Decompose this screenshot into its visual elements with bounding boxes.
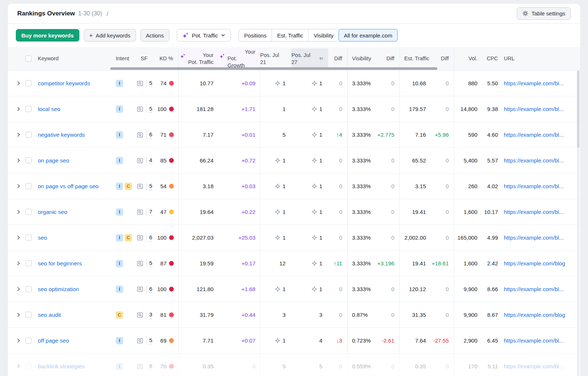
url-link[interactable]: https://example.com/bl... (503, 286, 564, 292)
row-checkbox[interactable] (25, 260, 32, 266)
est-traffic-value: 31.35 (412, 312, 426, 318)
row-checkbox[interactable] (25, 209, 32, 215)
vertical-scrollbar-track[interactable] (577, 71, 580, 376)
th-url[interactable]: URL (503, 49, 577, 68)
sf-count[interactable]: 4 (149, 157, 152, 164)
url-link[interactable]: https://example.com/bl... (503, 106, 564, 112)
select-all-checkbox[interactable] (25, 55, 32, 62)
row-checkbox[interactable] (25, 312, 32, 318)
row-checkbox[interactable] (25, 363, 32, 369)
expand-button[interactable] (15, 328, 25, 353)
intent-badges: I (111, 71, 133, 96)
add-keywords-button[interactable]: + Add keywords (84, 29, 136, 42)
url-link[interactable]: https://example.com/bl... (503, 209, 564, 215)
keyword-link[interactable]: organic seo (37, 209, 67, 215)
segment-all-for-example-com[interactable]: All for example.com (338, 29, 398, 42)
url-link[interactable]: https://example.com/bl... (503, 80, 564, 86)
keyword-link[interactable]: seo for beginners (37, 260, 82, 267)
th-sf[interactable]: SF (133, 49, 155, 68)
row-checkbox[interactable] (25, 183, 32, 189)
expand-button[interactable] (15, 199, 25, 225)
segment-visibility[interactable]: Visibility (308, 29, 339, 41)
cpc-value: 2.42 (487, 260, 498, 266)
url-link[interactable]: https://example.com/bl... (503, 132, 564, 138)
sf-count[interactable]: 3 (149, 311, 152, 319)
row-checkbox[interactable] (25, 80, 32, 86)
est-traffic-diff-value: 0 (446, 209, 449, 215)
th-pos-jul21[interactable]: Pos. Jul 21 (260, 49, 291, 68)
sf-count[interactable]: 6 (149, 131, 152, 139)
actions-button[interactable]: Actions (140, 29, 169, 42)
url-link[interactable]: https://example.com/bl... (503, 183, 564, 189)
th-pos-jul27[interactable]: Pos. Jul 27 (291, 49, 328, 68)
th-pot-growth[interactable]: YourPot. Growth (219, 49, 260, 68)
segment-est-traffic[interactable]: Est. Traffic (272, 29, 308, 41)
horizontal-scrollbar[interactable] (110, 67, 437, 70)
expand-button[interactable] (15, 251, 25, 276)
segment-positions[interactable]: Positions (239, 29, 272, 41)
row-checkbox[interactable] (25, 337, 32, 344)
keyword-link[interactable]: competitor keywords (37, 80, 90, 87)
intent-badges: I (111, 122, 133, 147)
keyword-link[interactable]: seo (37, 234, 47, 241)
sf-count[interactable]: 5 (149, 337, 152, 344)
expand-button[interactable] (15, 71, 25, 96)
th-select-all[interactable] (25, 49, 37, 68)
expand-button[interactable] (15, 148, 25, 173)
row-checkbox[interactable] (25, 157, 32, 164)
th-volume[interactable]: Vol. (454, 49, 483, 68)
keyword-link[interactable]: on page vs off page seo (37, 183, 98, 190)
sf-count[interactable]: 7 (149, 208, 152, 216)
expand-button[interactable] (15, 354, 25, 376)
keyword-link[interactable]: local seo (37, 106, 60, 112)
keyword-link[interactable]: off page seo (37, 337, 69, 344)
th-keyword[interactable]: Keyword (37, 49, 111, 68)
th-intent[interactable]: Intent (111, 49, 133, 68)
th-diff-est[interactable]: Diff (431, 49, 454, 68)
intent-badges: I (111, 199, 133, 225)
expand-button[interactable] (15, 173, 25, 199)
expand-button[interactable] (15, 225, 25, 250)
th-diff-vis[interactable]: Diff (376, 49, 399, 68)
url-link[interactable]: https://example.com/blog (503, 312, 565, 318)
table-settings-button[interactable]: Table settings (517, 7, 571, 20)
th-cpc[interactable]: CPC (483, 49, 503, 68)
row-checkbox[interactable] (25, 132, 32, 138)
url-link[interactable]: https://example.com/bl... (503, 157, 564, 164)
row-checkbox[interactable] (25, 286, 32, 292)
url-link[interactable]: https://example.com/bl... (503, 337, 564, 344)
th-pot-traffic[interactable]: YourPot. Traffic (178, 49, 219, 68)
keyword-link[interactable]: seo optimization (37, 286, 79, 293)
sf-count[interactable]: 6 (149, 362, 152, 370)
keyword-link[interactable]: on page seo (37, 157, 69, 164)
row-checkbox[interactable] (25, 234, 32, 241)
sf-count[interactable]: 5 (149, 259, 152, 267)
th-diff-pos[interactable]: Diff (328, 49, 347, 68)
info-icon[interactable]: i (106, 10, 108, 17)
url-link[interactable]: https://example.com/bl... (503, 363, 564, 369)
buy-more-keywords-button[interactable]: Buy more keywords (16, 29, 79, 42)
keyword-link[interactable]: backlink strategies (37, 363, 85, 370)
kd-dot (169, 338, 174, 343)
expand-button[interactable] (15, 122, 25, 147)
sf-count[interactable]: 5 (149, 182, 152, 190)
th-kd[interactable]: KD % (155, 49, 178, 68)
keyword-link[interactable]: seo audit (37, 312, 61, 318)
vertical-scrollbar[interactable] (577, 71, 580, 148)
url-link[interactable]: https://example.com/blog (503, 260, 565, 266)
th-visibility[interactable]: Visibility (347, 49, 376, 68)
expand-button[interactable] (15, 276, 25, 302)
url-link[interactable]: https://example.com/bl... (503, 234, 564, 241)
sf-count[interactable]: 6 (149, 234, 152, 241)
keyword-link[interactable]: negative keywords (37, 132, 85, 138)
table-row: competitor keywords I 5 74 10.77 +0.09 1 (8, 71, 580, 96)
chevron-right-icon (16, 312, 21, 317)
metric-dropdown[interactable]: Pot. Traffic (177, 29, 231, 42)
sf-count[interactable]: 6 (149, 285, 152, 293)
sf-count[interactable]: 5 (149, 105, 152, 113)
row-checkbox[interactable] (25, 106, 32, 112)
expand-button[interactable] (15, 96, 25, 122)
sf-count[interactable]: 5 (149, 79, 152, 87)
expand-button[interactable] (15, 302, 25, 327)
th-est-traffic[interactable]: Est. Traffic (399, 49, 431, 68)
